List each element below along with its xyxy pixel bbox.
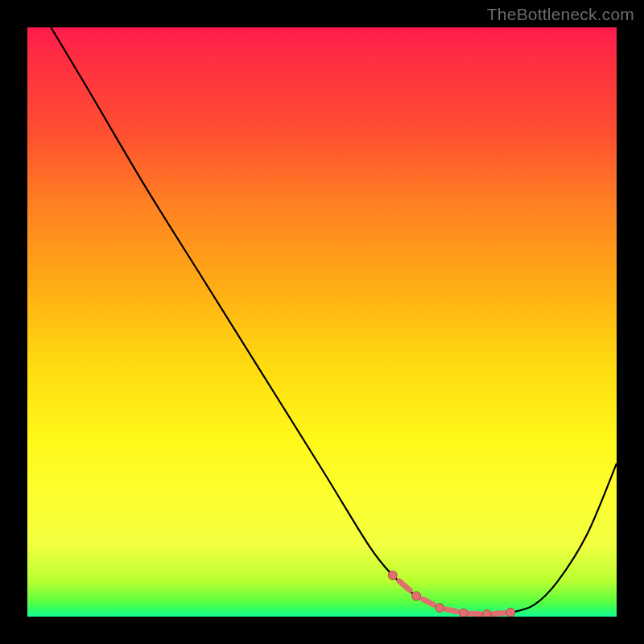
marker-dash bbox=[399, 581, 410, 590]
marker-dot bbox=[482, 610, 491, 617]
bottleneck-curve bbox=[51, 27, 617, 614]
marker-dot bbox=[412, 592, 421, 601]
chart-svg bbox=[27, 27, 617, 617]
chart-area bbox=[27, 27, 617, 617]
marker-dash bbox=[447, 609, 457, 612]
marker-dot bbox=[388, 571, 397, 580]
marker-dash bbox=[423, 599, 433, 604]
low-bottleneck-markers bbox=[388, 571, 514, 617]
marker-dash bbox=[470, 613, 481, 614]
marker-dash bbox=[493, 613, 504, 613]
marker-dot bbox=[436, 604, 444, 613]
marker-dot bbox=[459, 609, 468, 617]
watermark-text: TheBottleneck.com bbox=[487, 5, 634, 24]
marker-dot bbox=[506, 608, 515, 617]
